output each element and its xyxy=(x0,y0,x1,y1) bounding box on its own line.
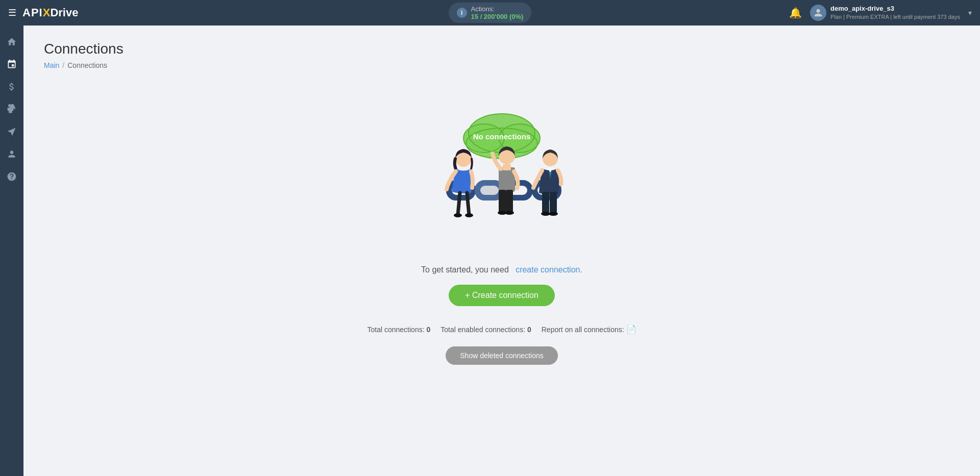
account-icon xyxy=(7,149,17,159)
actions-pill[interactable]: i Actions: 15 / 200'000 (0%) xyxy=(449,3,532,23)
tools-icon xyxy=(7,104,17,114)
cta-text: To get started, you need create connecti… xyxy=(421,265,582,274)
svg-point-26 xyxy=(505,211,514,215)
topnav-left: ☰ APIXDrive xyxy=(8,6,249,19)
sidebar-item-home[interactable] xyxy=(2,32,22,52)
sidebar xyxy=(0,26,23,476)
sidebar-item-tools[interactable] xyxy=(2,99,22,119)
svg-rect-23 xyxy=(499,190,506,212)
page-title: Connections xyxy=(44,41,960,57)
tutorials-icon xyxy=(7,127,17,137)
svg-rect-29 xyxy=(550,192,557,213)
actions-count: 15 / 200'000 (0%) xyxy=(471,13,524,20)
total-connections-label: Total connections: xyxy=(367,325,424,334)
create-connection-button[interactable]: + Create connection xyxy=(449,285,555,306)
avatar xyxy=(810,5,826,21)
topnav: ☰ APIXDrive i Actions: 15 / 200'000 (0%)… xyxy=(0,0,980,26)
chevron-down-icon[interactable]: ▾ xyxy=(968,9,972,17)
report-icon[interactable]: 📄 xyxy=(626,324,636,334)
connections-illustration: No connections xyxy=(415,105,589,248)
topnav-right: 🔔 demo_apix-drive_s3 Plan | Premium EXTR… xyxy=(731,5,972,21)
sidebar-item-billing[interactable] xyxy=(2,77,22,97)
breadcrumb-main[interactable]: Main xyxy=(44,61,59,69)
content-area: Connections Main / Connections xyxy=(23,26,980,476)
main-layout: Connections Main / Connections xyxy=(0,26,980,476)
user-info: demo_apix-drive_s3 Plan | Premium EXTRA … xyxy=(810,5,960,21)
total-connections-value: 0 xyxy=(426,325,430,334)
svg-point-18 xyxy=(454,213,462,217)
total-enabled-value: 0 xyxy=(527,325,531,334)
cta-link[interactable]: create connection. xyxy=(516,265,582,274)
breadcrumb-sep: / xyxy=(62,61,64,69)
stats-row: Total connections: 0 Total enabled conne… xyxy=(367,324,636,334)
sidebar-item-connections[interactable] xyxy=(2,54,22,74)
illustration: No connections xyxy=(415,105,589,250)
help-icon xyxy=(7,171,17,182)
svg-point-31 xyxy=(549,212,558,216)
cta-prefix: To get started, you need xyxy=(421,265,509,274)
logo-api: API xyxy=(22,6,43,19)
info-icon: i xyxy=(457,8,467,18)
bell-icon[interactable]: 🔔 xyxy=(789,7,802,19)
svg-rect-28 xyxy=(542,192,549,213)
actions-label: Actions: xyxy=(471,5,495,13)
sidebar-item-help[interactable] xyxy=(2,166,22,187)
svg-point-19 xyxy=(465,213,473,217)
sidebar-item-account[interactable] xyxy=(2,144,22,164)
sidebar-item-tutorials[interactable] xyxy=(2,121,22,142)
show-deleted-button[interactable]: Show deleted connections xyxy=(446,346,557,365)
svg-text:No connections: No connections xyxy=(473,132,531,141)
logo-x: X xyxy=(43,6,51,19)
actions-text: Actions: 15 / 200'000 (0%) xyxy=(471,5,524,20)
user-icon xyxy=(814,8,823,17)
breadcrumb: Main / Connections xyxy=(44,61,960,69)
svg-rect-24 xyxy=(506,190,513,212)
hamburger-icon[interactable]: ☰ xyxy=(8,7,16,18)
connections-icon xyxy=(7,59,17,69)
billing-icon xyxy=(7,82,17,92)
logo-drive: Drive xyxy=(50,6,78,19)
topnav-center: i Actions: 15 / 200'000 (0%) xyxy=(249,3,731,23)
empty-state: No connections xyxy=(44,85,960,385)
total-enabled-label: Total enabled connections: xyxy=(440,325,525,334)
breadcrumb-current: Connections xyxy=(67,61,107,69)
user-details: demo_apix-drive_s3 Plan | Premium EXTRA … xyxy=(830,5,960,20)
user-plan: Plan | Premium EXTRA | left until paymen… xyxy=(830,13,960,20)
report-label: Report on all connections: xyxy=(542,325,624,334)
logo: APIXDrive xyxy=(22,6,78,19)
report-section: Report on all connections: 📄 xyxy=(542,324,636,334)
total-enabled-connections: Total enabled connections: 0 xyxy=(440,325,531,334)
svg-rect-22 xyxy=(503,164,511,170)
svg-rect-12 xyxy=(480,186,499,195)
home-icon xyxy=(7,37,17,47)
username: demo_apix-drive_s3 xyxy=(830,5,960,13)
total-connections: Total connections: 0 xyxy=(367,325,430,334)
